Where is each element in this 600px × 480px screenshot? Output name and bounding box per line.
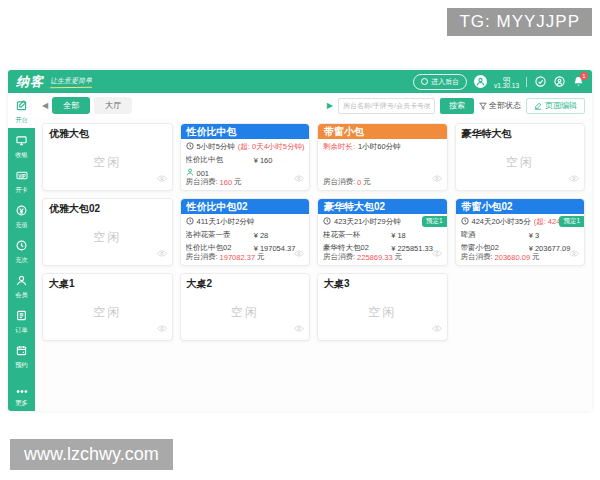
- item-name: 洛神花茶一壶: [186, 230, 251, 240]
- room-consume: 房台消费:203680.09元: [461, 252, 580, 262]
- preview-eye-icon[interactable]: [294, 243, 304, 261]
- app-window: 纳客 让生意更简单 进入后台 qq v1.30.13: [8, 70, 592, 411]
- notification-badge: 1: [580, 72, 588, 80]
- consume-amount: 0: [357, 178, 361, 187]
- clock-icon: [16, 237, 27, 255]
- consume-amount: 225869.33: [357, 253, 392, 262]
- avatar-icon[interactable]: [474, 75, 487, 88]
- bell-icon[interactable]: 1: [572, 76, 584, 88]
- room-search-input[interactable]: [338, 98, 435, 114]
- clock-icon: [186, 217, 194, 227]
- tab-hall[interactable]: 大厅: [94, 97, 132, 114]
- expand-right-icon[interactable]: ▶: [327, 101, 333, 110]
- consume-unit: 元: [395, 252, 403, 262]
- preview-eye-icon[interactable]: [569, 168, 579, 186]
- room-timer: 411天1小时2分钟: [181, 217, 310, 227]
- sidebar-item-label: 更多: [15, 399, 27, 408]
- list-icon: [16, 307, 27, 325]
- overtime-label: (超: 0天4小时5分钟): [238, 142, 305, 152]
- sidebar-item-yuyue[interactable]: 预约: [8, 338, 35, 373]
- sidebar-item-dingdan[interactable]: 订单: [8, 303, 35, 338]
- hand-icon[interactable]: [534, 76, 546, 88]
- reserve-badge: 预定1: [422, 216, 447, 227]
- dots-icon: [16, 380, 28, 398]
- room-card-title: 大桌2: [181, 274, 310, 289]
- sidebar-item-label: 开卡: [15, 186, 27, 195]
- customer-service-icon[interactable]: [553, 76, 565, 88]
- edit-icon: [534, 102, 542, 110]
- room-status-free: 空闲: [181, 304, 310, 321]
- edit-icon: [16, 97, 27, 115]
- sidebar-item-huiyuan[interactable]: 会员: [8, 268, 35, 303]
- version-label: v1.30.13: [494, 82, 519, 89]
- order-item: 啤酒¥ 3: [456, 230, 585, 240]
- room-card[interactable]: 性价比中包5小时5分钟(超: 0天4小时5分钟)性价比中包¥ 160001房台消…: [180, 123, 311, 191]
- enter-backend-button[interactable]: 进入后台: [413, 74, 467, 90]
- username: qq: [494, 75, 519, 82]
- sidebar-item-shouyin[interactable]: 收银: [8, 128, 35, 163]
- consume-amount: 203680.09: [495, 253, 530, 262]
- sidebar-item-chongci[interactable]: 充次: [8, 233, 35, 268]
- preview-eye-icon[interactable]: [294, 318, 304, 336]
- preview-eye-icon[interactable]: [157, 168, 167, 186]
- calendar-icon: [16, 342, 27, 360]
- item-price: ¥ 3: [529, 231, 539, 240]
- room-card-title: 豪华特大包02: [318, 199, 447, 214]
- preview-eye-icon[interactable]: [432, 243, 442, 261]
- item-price: ¥ 28: [254, 231, 269, 240]
- room-card-title: 大桌1: [43, 274, 172, 289]
- order-item: 性价比中包¥ 160: [181, 155, 310, 165]
- monitor-icon: [16, 132, 27, 150]
- sidebar-item-label: 收银: [15, 151, 27, 160]
- collapse-left-icon[interactable]: ◀: [42, 101, 48, 110]
- room-status-free: 空闲: [456, 154, 585, 171]
- app-logo: 纳客: [16, 73, 44, 91]
- room-status-free: 空闲: [43, 154, 172, 171]
- coin-icon: [16, 202, 27, 220]
- clock-icon: [461, 217, 469, 227]
- room-consume: 房台消费:197082.37元: [186, 252, 305, 262]
- preview-eye-icon[interactable]: [157, 243, 167, 261]
- consume-unit: 元: [532, 252, 540, 262]
- room-card[interactable]: 大桌1空闲: [42, 273, 173, 341]
- room-card-title: 带窗小包02: [456, 199, 585, 214]
- status-filter[interactable]: 全部状态: [479, 100, 521, 111]
- consume-amount: 160: [220, 178, 233, 187]
- timer-value: 423天21小时29分钟: [334, 217, 401, 227]
- room-card[interactable]: 带窗小包剩余时长:1小时60分钟房台消费:0元: [317, 123, 448, 191]
- user-icon: [16, 272, 27, 290]
- tab-all[interactable]: 全部: [52, 97, 90, 114]
- room-card[interactable]: 性价比中包02411天1小时2分钟洛神花茶一壶¥ 28性价比中包02¥ 1970…: [180, 198, 311, 266]
- preview-eye-icon[interactable]: [294, 168, 304, 186]
- room-status-free: 空闲: [43, 229, 172, 246]
- room-status-free: 空闲: [318, 304, 447, 321]
- header-divider: [526, 77, 527, 87]
- page-edit-button[interactable]: 页面编辑: [526, 98, 585, 114]
- room-card[interactable]: 豪华特大包空闲: [455, 123, 586, 191]
- room-status-free: 空闲: [43, 304, 172, 321]
- search-button[interactable]: 搜索: [440, 98, 474, 114]
- timer-value: 5小时5分钟: [197, 142, 235, 152]
- room-card[interactable]: 优雅大包02空闲: [42, 198, 173, 266]
- preview-eye-icon[interactable]: [432, 318, 442, 336]
- sidebar-item-label: 充值: [15, 221, 27, 230]
- reserve-badge: 预定1: [559, 216, 584, 227]
- logo-slogan: 让生意更简单: [50, 75, 92, 88]
- room-card[interactable]: 带窗小包02424天20小时35分(超: 424天16小时35分)啤酒¥ 3带窗…: [455, 198, 586, 266]
- preview-eye-icon[interactable]: [432, 168, 442, 186]
- room-card[interactable]: 豪华特大包02423天21小时29分钟桂花茶一杯¥ 18豪华特大包02¥ 225…: [317, 198, 448, 266]
- room-timer: 5小时5分钟(超: 0天4小时5分钟): [181, 142, 310, 152]
- sidebar-item-chongzhi[interactable]: 充值: [8, 198, 35, 233]
- room-card[interactable]: 大桌3空闲: [317, 273, 448, 341]
- room-consume: 房台消费:225869.33元: [323, 252, 442, 262]
- consume-unit: 元: [363, 177, 371, 187]
- consume-amount: 197082.37: [220, 253, 255, 262]
- preview-eye-icon[interactable]: [157, 318, 167, 336]
- preview-eye-icon[interactable]: [569, 243, 579, 261]
- sidebar-item-kaitai[interactable]: 开台: [8, 93, 35, 128]
- sidebar-item-kaika[interactable]: VIP开卡: [8, 163, 35, 198]
- room-card[interactable]: 优雅大包空闲: [42, 123, 173, 191]
- room-card-grid: 优雅大包空闲性价比中包5小时5分钟(超: 0天4小时5分钟)性价比中包¥ 160…: [35, 118, 592, 346]
- room-card[interactable]: 大桌2空闲: [180, 273, 311, 341]
- sidebar-item-more[interactable]: 更多: [8, 376, 35, 411]
